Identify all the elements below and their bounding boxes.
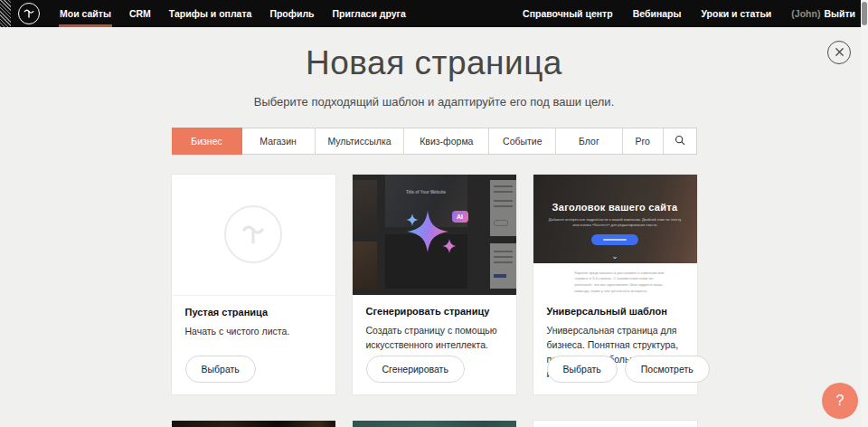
nav-item-crm[interactable]: CRM	[120, 0, 160, 27]
card-partial-dark[interactable]	[172, 421, 335, 427]
nav-item-invite-friend[interactable]: Пригласи друга	[324, 0, 415, 27]
search-icon	[675, 135, 685, 147]
page-scrollbar[interactable]	[861, 0, 868, 427]
template-headline: Заголовок вашего сайта	[533, 202, 697, 213]
template-hero: Заголовок вашего сайта Добавьте интересн…	[533, 175, 697, 263]
card-title: Сгенерировать страницу	[366, 306, 503, 317]
user-name: (John)	[791, 8, 820, 19]
chevron-down-icon: ⌄	[533, 252, 697, 261]
generate-button[interactable]: Сгенерировать	[366, 356, 465, 383]
nav-item-webinars[interactable]: Вебинары	[623, 0, 692, 27]
tab-business[interactable]: Бизнес	[172, 128, 242, 155]
card-description: Начать с чистого листа.	[185, 324, 322, 338]
template-body-section: Коротко представьтесь и расскажите о ком…	[533, 263, 697, 295]
choose-template-button[interactable]: Выбрать	[547, 356, 618, 383]
universal-template-preview: Заголовок вашего сайта Добавьте интересн…	[533, 175, 697, 295]
card-partial-teal[interactable]	[353, 421, 516, 427]
card-universal-template[interactable]: Заголовок вашего сайта Добавьте интересн…	[533, 175, 697, 394]
card-description: Создать страницу с помощью искусственног…	[366, 323, 503, 353]
nav-item-lessons[interactable]: Уроки и статьи	[691, 0, 781, 27]
template-category-tabs: Бизнес Магазин Мультиссылка Квиз-форма С…	[172, 128, 697, 155]
close-button[interactable]	[827, 41, 851, 64]
choose-blank-button[interactable]: Выбрать	[185, 356, 256, 383]
edge-pattern-decoration	[0, 0, 11, 27]
card-ai-generate[interactable]: Title of Your Website	[353, 175, 516, 394]
sparkle-small-icon	[442, 239, 457, 257]
view-template-button[interactable]: Посмотреть	[625, 356, 710, 383]
tilda-logo-watermark-icon	[224, 205, 282, 263]
nav-item-tariffs[interactable]: Тарифы и оплата	[160, 0, 261, 27]
nav-item-profile[interactable]: Профиль	[260, 0, 323, 27]
template-body-text: Коротко представьтесь и расскажите о ком…	[575, 270, 665, 295]
scrollbar-thumb[interactable]	[862, 2, 867, 25]
template-subheadline: Добавьте интересные подробности о вашей …	[548, 217, 682, 229]
logout-link[interactable]: Выйти	[824, 8, 855, 19]
secondary-nav: Справочный центр Вебинары Уроки и статьи…	[513, 0, 855, 27]
tab-quiz-form[interactable]: Квиз-форма	[404, 128, 489, 154]
tab-pro[interactable]: Pro	[623, 128, 664, 154]
card-blank-page[interactable]: Пустая страница Начать с чистого листа. …	[172, 175, 335, 394]
template-cards-row: Пустая страница Начать с чистого листа. …	[172, 175, 697, 394]
card-partial-light[interactable]	[533, 421, 697, 427]
nav-item-my-sites[interactable]: Мои сайты	[51, 0, 120, 27]
ai-badge: AI	[452, 211, 468, 223]
tab-search[interactable]	[664, 128, 696, 154]
close-icon	[835, 46, 844, 60]
tilda-logo-icon[interactable]	[18, 3, 40, 24]
tab-shop[interactable]: Магазин	[242, 128, 316, 154]
template-cta-button	[591, 234, 638, 245]
user-session: (John) Выйти	[781, 0, 855, 27]
template-cards-row-2	[172, 421, 697, 427]
card-title: Универсальный шаблон	[547, 306, 684, 317]
help-button[interactable]: ?	[822, 383, 858, 419]
tab-multilink[interactable]: Мультиссылка	[316, 128, 405, 154]
tab-event[interactable]: Событие	[489, 128, 556, 154]
blank-page-preview	[172, 175, 335, 296]
nav-item-help-center[interactable]: Справочный центр	[513, 0, 623, 27]
top-navbar: Мои сайты CRM Тарифы и оплата Профиль Пр…	[0, 0, 868, 27]
tab-blog[interactable]: Блог	[556, 128, 622, 154]
ai-generate-preview: Title of Your Website	[353, 175, 516, 295]
page-subtitle: Выберите подходящий шаблон и адаптируйте…	[0, 95, 868, 109]
card-title: Пустая страница	[185, 307, 322, 318]
main-nav: Мои сайты CRM Тарифы и оплата Профиль Пр…	[51, 0, 415, 27]
